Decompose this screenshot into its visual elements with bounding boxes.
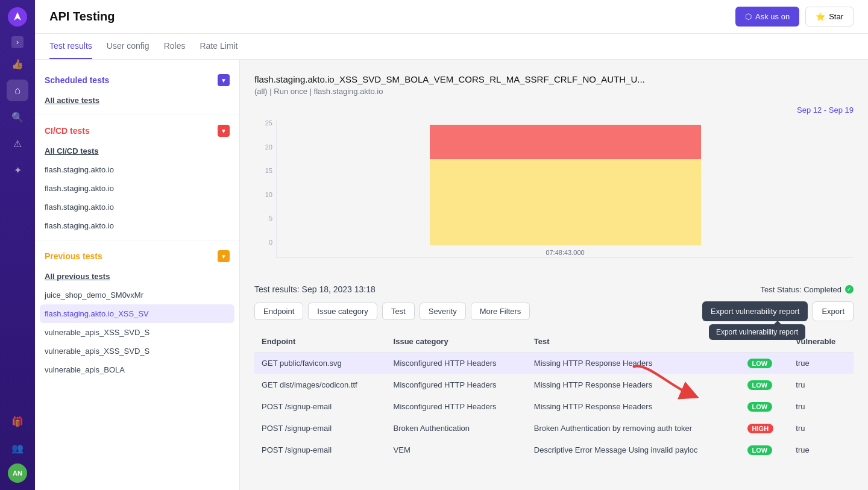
previous-item-5[interactable]: vulnerable_apis_BOLA (35, 360, 239, 379)
cell-endpoint: POST /signup-email (254, 418, 386, 439)
chart-x-timestamp: 07:48:43.000 (546, 249, 584, 256)
scheduled-chevron-icon[interactable]: ▼ (218, 74, 230, 86)
cicd-item-4[interactable]: flash.staging.akto.io (35, 216, 239, 235)
test-subtitle: (all) | Run once | flash.staging.akto.io (254, 87, 854, 96)
test-name-title: flash.staging.akto.io_XSS_SVD_SM_BOLA_VE… (254, 74, 854, 84)
tab-user-config[interactable]: User config (107, 34, 149, 59)
all-previous-tests-item[interactable]: All previous tests (35, 267, 239, 286)
header: API Testing ⬡ Ask us on ⭐ Star (35, 0, 868, 34)
severity-badge: HIGH (747, 424, 774, 433)
home-icon[interactable]: ⌂ (7, 80, 28, 101)
results-table: Endpoint Issue category Test Vulnerable … (254, 331, 854, 461)
cell-severity: LOW (740, 396, 789, 418)
previous-title: Previous tests (45, 251, 102, 261)
cell-endpoint: GET dist/images/codicon.ttf (254, 374, 386, 396)
user-avatar[interactable]: AN (8, 463, 27, 483)
results-header: Test results: Sep 18, 2023 13:18 Test St… (254, 284, 854, 294)
star-button[interactable]: ⭐ Star (805, 7, 854, 27)
divider-1 (35, 115, 239, 115)
divider-2 (35, 240, 239, 240)
ask-us-button[interactable]: ⬡ Ask us on (735, 7, 799, 27)
scheduled-section-header: Scheduled tests ▼ (35, 69, 239, 91)
previous-item-4[interactable]: vulnerable_apis_XSS_SVD_S (35, 342, 239, 360)
chart-bar-high (430, 125, 701, 159)
table-row[interactable]: POST /signup-email Broken Authentication… (254, 418, 854, 439)
filter-more-button[interactable]: More Filters (471, 303, 530, 320)
table-row[interactable]: POST /signup-email Misconfigured HTTP He… (254, 396, 854, 418)
all-cicd-tests-item[interactable]: All CI/CD tests (35, 142, 239, 160)
cell-severity: LOW (740, 439, 789, 461)
cell-issue: Misconfigured HTTP Headers (386, 353, 527, 374)
alert-icon[interactable]: ⚠ (7, 133, 28, 154)
filter-buttons: Endpoint Issue category Test Severity Mo… (254, 303, 530, 320)
cicd-item-1[interactable]: flash.staging.akto.io (35, 160, 239, 179)
filter-test-button[interactable]: Test (382, 303, 415, 320)
sidebar-toggle[interactable]: › (11, 36, 24, 48)
cell-test: Descriptive Error Message Using invalid … (527, 439, 740, 461)
cell-vulnerable: tru (788, 418, 854, 439)
y-label-25: 25 (265, 119, 272, 127)
cell-vulnerable: true (788, 439, 854, 461)
severity-badge: LOW (747, 445, 773, 455)
table-row[interactable]: GET dist/images/codicon.ttf Misconfigure… (254, 374, 854, 396)
cicd-item-2[interactable]: flash.staging.akto.io (35, 179, 239, 198)
scheduled-title: Scheduled tests (45, 75, 109, 85)
test-status: Test Status: Completed (761, 285, 854, 294)
filter-row: Endpoint Issue category Test Severity Mo… (254, 301, 854, 321)
cell-issue: Misconfigured HTTP Headers (386, 374, 527, 396)
tool-icon[interactable]: ✦ (7, 159, 28, 181)
cell-issue: VEM (386, 439, 527, 461)
cell-severity: LOW (740, 374, 789, 396)
severity-badge: LOW (747, 359, 773, 368)
results-title: Test results: Sep 18, 2023 13:18 (254, 284, 376, 294)
results-table-container: Endpoint Issue category Test Vulnerable … (254, 331, 854, 461)
tab-roles[interactable]: Roles (164, 34, 186, 59)
cell-test: Missing HTTP Response Headers (527, 374, 740, 396)
cell-severity: LOW (740, 353, 789, 374)
users-icon[interactable]: 👥 (7, 437, 28, 459)
tabs-bar: Test results User config Roles Rate Limi… (35, 34, 868, 60)
previous-chevron-icon[interactable]: ▼ (218, 250, 230, 262)
col-endpoint: Endpoint (254, 331, 386, 353)
previous-item-1[interactable]: juice_shop_demo_SM0vxMr (35, 286, 239, 304)
previous-item-2[interactable]: flash.staging.akto.io_XSS_SV (40, 304, 234, 323)
right-panel: flash.staging.akto.io_XSS_SVD_SM_BOLA_VE… (240, 60, 868, 490)
filter-severity-button[interactable]: Severity (420, 303, 466, 320)
status-label-text: Test Status: Completed (761, 285, 841, 294)
cell-endpoint: POST /signup-email (254, 396, 386, 418)
thumbs-up-icon[interactable]: 👍 (7, 53, 28, 75)
previous-item-3[interactable]: vulnerable_apis_XSS_SVD_S (35, 323, 239, 342)
github-icon: ⭐ (816, 12, 825, 21)
col-issue-category: Issue category (386, 331, 527, 353)
filter-endpoint-button[interactable]: Endpoint (254, 303, 303, 320)
col-test: Test (527, 331, 740, 353)
discord-icon: ⬡ (745, 12, 752, 21)
export-vulnerability-report-button[interactable]: Export vulnerability report (702, 301, 808, 321)
tab-rate-limit[interactable]: Rate Limit (200, 34, 237, 59)
gift-icon[interactable]: 🎁 (7, 410, 28, 432)
all-active-tests-item[interactable]: All active tests (35, 91, 239, 110)
y-label-5: 5 (269, 215, 272, 222)
export-button[interactable]: Export (813, 301, 854, 321)
cicd-item-3[interactable]: flash.staging.akto.io (35, 198, 239, 216)
table-row[interactable]: POST /signup-email VEM Descriptive Error… (254, 439, 854, 461)
cell-vulnerable: tru (788, 396, 854, 418)
tab-test-results[interactable]: Test results (49, 34, 92, 59)
left-panel: Scheduled tests ▼ All active tests CI/CD… (35, 60, 240, 490)
cell-issue: Misconfigured HTTP Headers (386, 396, 527, 418)
status-completed-icon (845, 285, 854, 294)
sidebar: › 👍 ⌂ 🔍 ⚠ ✦ 🎁 👥 AN (0, 0, 35, 490)
table-row[interactable]: GET public/favicon.svg Misconfigured HTT… (254, 353, 854, 374)
cell-test: Missing HTTP Response Headers (527, 396, 740, 418)
search-icon[interactable]: 🔍 (7, 106, 28, 128)
cell-endpoint: POST /signup-email (254, 439, 386, 461)
cicd-chevron-icon[interactable]: ▼ (218, 125, 230, 137)
severity-badge: LOW (747, 380, 773, 390)
cell-issue: Broken Authentication (386, 418, 527, 439)
severity-badge: LOW (747, 402, 773, 412)
content-area: Scheduled tests ▼ All active tests CI/CD… (35, 60, 868, 490)
y-label-0: 0 (269, 239, 272, 246)
filter-issue-category-button[interactable]: Issue category (308, 303, 377, 320)
cell-vulnerable: true (788, 353, 854, 374)
app-logo (8, 7, 27, 27)
